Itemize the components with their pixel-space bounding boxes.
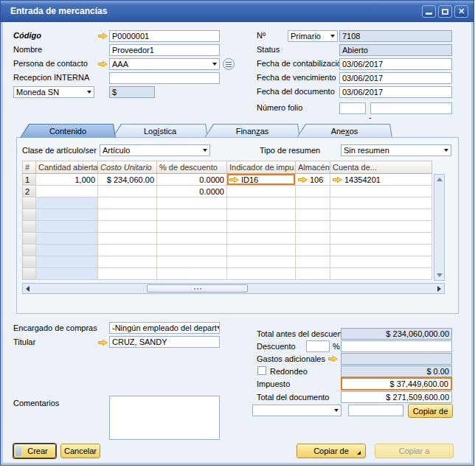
codigo-field[interactable]: P0000001	[109, 30, 220, 42]
link-arrow-icon[interactable]	[229, 176, 239, 183]
row-number-cell[interactable]: 2	[23, 186, 36, 197]
table-cell[interactable]	[296, 233, 330, 245]
table-cell[interactable]	[296, 209, 330, 221]
link-arrow-icon[interactable]	[98, 32, 108, 40]
tab-anexos[interactable]: Anexos	[297, 124, 392, 138]
column-header[interactable]: Almacén	[296, 161, 330, 174]
table-cell[interactable]	[227, 221, 296, 233]
table-cell[interactable]	[296, 245, 330, 256]
indicador-cell[interactable]: ID16	[227, 174, 296, 186]
table-cell[interactable]	[98, 233, 157, 245]
copiar-a-button[interactable]: Copiar a	[375, 444, 454, 458]
table-cell[interactable]	[23, 268, 36, 280]
column-header[interactable]: Cuenta de...	[330, 161, 432, 174]
table-cell[interactable]	[157, 209, 227, 221]
table-cell[interactable]	[330, 245, 432, 256]
table-cell[interactable]	[330, 268, 432, 280]
title-bar[interactable]: Entrada de mercancías ✕	[1, 1, 474, 22]
copy-number-field[interactable]	[348, 405, 403, 416]
contacto-combo[interactable]: AAA	[109, 58, 220, 70]
table-cell[interactable]	[23, 256, 36, 268]
table-cell[interactable]	[296, 221, 330, 233]
table-cell[interactable]	[36, 268, 98, 280]
table-cell[interactable]	[296, 256, 330, 268]
moneda-combo[interactable]: Moneda SN	[13, 86, 94, 98]
almacen-cell[interactable]	[296, 186, 330, 197]
comentarios-textarea[interactable]	[109, 396, 220, 440]
table-cell[interactable]	[157, 197, 227, 209]
indicador-cell[interactable]	[227, 186, 296, 197]
table-cell[interactable]	[36, 233, 98, 245]
table-cell[interactable]	[227, 233, 296, 245]
table-cell[interactable]	[227, 245, 296, 256]
link-arrow-icon[interactable]	[328, 355, 338, 363]
tab-contenido[interactable]: Contenido	[20, 124, 116, 138]
cantidad-cell[interactable]	[36, 186, 98, 197]
descuento-cell[interactable]: 0.0000	[157, 186, 227, 197]
table-cell[interactable]	[36, 245, 98, 256]
table-cell[interactable]	[157, 256, 227, 268]
link-arrow-icon[interactable]	[98, 60, 108, 68]
scrollbar-thumb[interactable]	[147, 284, 248, 293]
table-cell[interactable]	[98, 197, 157, 209]
table-cell[interactable]	[98, 268, 157, 280]
descuento-field[interactable]	[341, 340, 452, 352]
maximize-button[interactable]	[438, 5, 452, 18]
table-cell[interactable]	[296, 197, 330, 209]
table-cell[interactable]	[227, 197, 296, 209]
table-cell[interactable]	[157, 221, 227, 233]
link-arrow-icon[interactable]	[298, 176, 308, 183]
fecha-contabilizacion-field[interactable]: 03/06/2017	[339, 58, 452, 70]
table-cell[interactable]	[157, 233, 227, 245]
scroll-down-button[interactable]	[434, 270, 444, 280]
table-cell[interactable]	[98, 221, 157, 233]
table-cell[interactable]	[36, 256, 98, 268]
table-cell[interactable]	[98, 245, 157, 256]
clase-articulo-combo[interactable]: Artículo	[100, 144, 210, 156]
tab-logistica[interactable]: Logística	[112, 124, 208, 138]
table-cell[interactable]	[36, 221, 98, 233]
folio-field-1[interactable]	[339, 102, 366, 114]
table-cell[interactable]	[157, 245, 227, 256]
tab-finanzas[interactable]: Finanzas	[204, 124, 300, 138]
copy-type-combo[interactable]	[252, 405, 341, 416]
recepcion-field[interactable]	[109, 72, 220, 84]
fecha-vencimiento-field[interactable]: 03/06/2017	[339, 72, 452, 84]
table-cell[interactable]	[36, 197, 98, 209]
table-cell[interactable]	[36, 209, 98, 221]
vertical-scrollbar[interactable]	[434, 174, 445, 281]
table-cell[interactable]	[330, 233, 432, 245]
cuenta-cell[interactable]: 14354201	[330, 174, 432, 186]
table-cell[interactable]	[330, 209, 432, 221]
table-cell[interactable]	[227, 209, 296, 221]
almacen-cell[interactable]: 106	[296, 174, 330, 186]
table-cell[interactable]	[330, 221, 432, 233]
minimize-button[interactable]	[422, 5, 436, 18]
copiar-de-small-button[interactable]: Copiar de	[408, 404, 453, 418]
cancelar-button[interactable]: Cancelar	[60, 444, 100, 458]
column-header[interactable]: Costo Unitario	[98, 161, 157, 174]
horizontal-scrollbar[interactable]	[22, 283, 445, 294]
table-cell[interactable]	[330, 256, 432, 268]
impuesto-field[interactable]: $ 37,449,600.00	[341, 377, 452, 391]
table-cell[interactable]	[23, 245, 36, 256]
table-cell[interactable]	[23, 197, 36, 209]
fecha-documento-field[interactable]: 03/06/2017	[339, 86, 452, 98]
no-type-combo[interactable]: Primario	[288, 30, 338, 42]
titular-field[interactable]: CRUZ, SANDY	[109, 336, 220, 348]
scroll-left-button[interactable]	[23, 284, 32, 293]
tipo-resumen-combo[interactable]: Sin resumen	[341, 144, 451, 156]
table-cell[interactable]	[23, 209, 36, 221]
descuento-pct-field[interactable]	[306, 340, 330, 352]
table-cell[interactable]	[330, 197, 432, 209]
table-cell[interactable]	[23, 233, 36, 245]
crear-button[interactable]: Crear	[13, 444, 56, 458]
costo-cell[interactable]: $ 234,060.00	[98, 174, 157, 186]
encargado-combo[interactable]: -Ningún empleado del depart	[109, 322, 220, 334]
column-header[interactable]: Indicador de impu...	[227, 161, 296, 174]
contact-list-button[interactable]	[223, 58, 235, 70]
table-cell[interactable]	[227, 268, 296, 280]
table-cell[interactable]	[98, 256, 157, 268]
table-cell[interactable]	[157, 268, 227, 280]
copiar-de-button[interactable]: Copiar de	[297, 444, 366, 458]
